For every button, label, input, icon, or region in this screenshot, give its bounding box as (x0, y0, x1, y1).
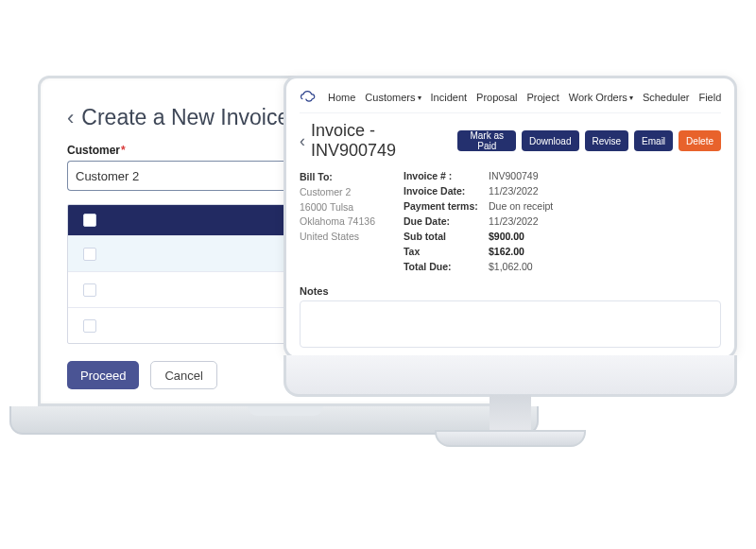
select-all-checkbox[interactable] (83, 214, 96, 227)
nav-label: Incident (431, 92, 468, 103)
proceed-button[interactable]: Proceed (67, 361, 139, 389)
row-checkbox[interactable] (83, 319, 96, 333)
bill-to-block: Bill To: Customer 2 16000 Tulsa Oklahoma… (300, 170, 375, 272)
nav-work-orders[interactable]: Work Orders▾ (569, 92, 633, 103)
nav-home[interactable]: Home (328, 92, 355, 103)
page-title: Create a New Invoice (81, 105, 289, 130)
notes-textarea[interactable] (300, 300, 721, 348)
bill-to-line1: 16000 Tulsa (300, 200, 375, 215)
sub-total-value: $900.00 (489, 231, 574, 242)
bill-to-name: Customer 2 (300, 185, 375, 200)
cancel-button[interactable]: Cancel (150, 361, 216, 389)
invoice-date-label: Invoice Date: (404, 185, 489, 197)
due-date-label: Due Date: (404, 215, 489, 227)
back-chevron-icon[interactable]: ‹ (300, 131, 305, 151)
nav-incident[interactable]: Incident (431, 92, 468, 103)
nav-label: Scheduler (643, 92, 690, 103)
invoice-date-value: 11/23/2022 (489, 185, 574, 197)
chevron-down-icon: ▾ (418, 94, 421, 102)
bill-to-line2: Oklahoma 74136 (300, 214, 375, 230)
notes-label: Notes (300, 285, 721, 297)
nav-label: Proposal (476, 92, 517, 103)
bill-to-label: Bill To: (300, 170, 375, 185)
laptop-notch (248, 406, 323, 416)
monitor-chin (284, 355, 737, 397)
customer-combobox-value: Customer 2 (76, 169, 139, 183)
due-date-value: 11/23/2022 (489, 215, 574, 227)
mark-as-paid-button[interactable]: Mark as Paid (457, 130, 516, 151)
tax-label: Tax (404, 246, 489, 257)
email-button[interactable]: Email (634, 130, 673, 151)
nav-scheduler[interactable]: Scheduler (643, 92, 690, 103)
back-chevron-icon[interactable]: ‹ (67, 106, 74, 130)
download-button[interactable]: Download (522, 130, 578, 151)
tax-value: $162.00 (489, 246, 574, 257)
invoice-meta-grid: Invoice # : INV900749 Invoice Date: 11/2… (404, 170, 574, 272)
row-checkbox[interactable] (83, 283, 96, 297)
nav-label: Work Orders (569, 92, 627, 103)
nav-label: Customers (365, 92, 415, 103)
monitor-foot (435, 430, 586, 447)
monitor-stand (490, 395, 531, 433)
nav-proposal[interactable]: Proposal (476, 92, 517, 103)
nav-field-tickets[interactable]: Field Tickets (698, 92, 721, 103)
bill-to-line3: United States (300, 230, 375, 245)
delete-button[interactable]: Delete (679, 130, 721, 151)
nav-label: Field Tickets (698, 92, 721, 103)
sub-total-label: Sub total (404, 231, 489, 242)
invoice-number-value: INV900749 (489, 170, 574, 181)
nav-label: Project (526, 92, 558, 103)
total-due-value: $1,062.00 (489, 261, 574, 272)
payment-terms-value: Due on receipt (489, 200, 574, 212)
nav-customers[interactable]: Customers▾ (365, 92, 421, 103)
monitor-window: Home Customers▾ Incident Proposal Projec… (284, 76, 737, 359)
revise-button[interactable]: Revise (585, 130, 629, 151)
top-navbar: Home Customers▾ Incident Proposal Projec… (300, 88, 721, 113)
invoice-title: Invoice - INV900749 (311, 121, 457, 161)
invoice-number-label: Invoice # : (404, 170, 489, 181)
required-asterisk: * (121, 144, 126, 157)
app-logo-icon[interactable] (300, 88, 318, 107)
total-due-label: Total Due: (404, 261, 489, 272)
customer-label-text: Customer (67, 144, 120, 157)
nav-project[interactable]: Project (526, 92, 558, 103)
row-checkbox[interactable] (83, 248, 96, 261)
nav-label: Home (328, 92, 355, 103)
chevron-down-icon: ▾ (629, 94, 633, 102)
payment-terms-label: Payment terms: (404, 200, 489, 212)
